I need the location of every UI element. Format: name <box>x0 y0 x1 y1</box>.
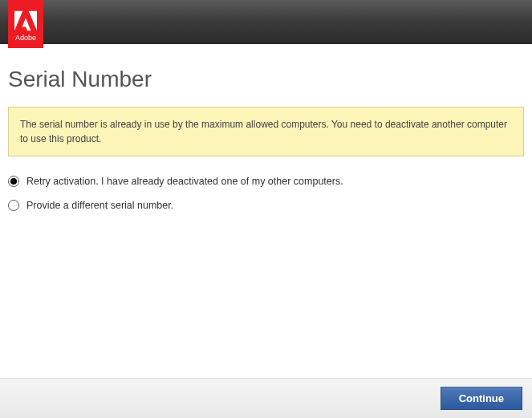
options-group: Retry activation. I have already deactiv… <box>8 176 524 211</box>
option-provide-serial[interactable]: Provide a different serial number. <box>8 200 524 211</box>
page-title: Serial Number <box>8 67 524 92</box>
brand-name: Adobe <box>15 34 36 42</box>
option-retry-activation[interactable]: Retry activation. I have already deactiv… <box>8 176 524 187</box>
main-content: Serial Number The serial number is alrea… <box>0 44 532 211</box>
radio-icon <box>8 200 19 211</box>
adobe-a-icon <box>14 10 37 32</box>
warning-message: The serial number is already in use by t… <box>8 107 524 156</box>
option-label: Provide a different serial number. <box>26 200 173 211</box>
option-label: Retry activation. I have already deactiv… <box>26 176 343 187</box>
footer-bar: Continue <box>0 378 532 418</box>
continue-button[interactable]: Continue <box>441 387 522 410</box>
radio-icon <box>8 176 19 187</box>
header-bar: Adobe <box>0 0 532 44</box>
adobe-logo: Adobe <box>8 0 43 48</box>
